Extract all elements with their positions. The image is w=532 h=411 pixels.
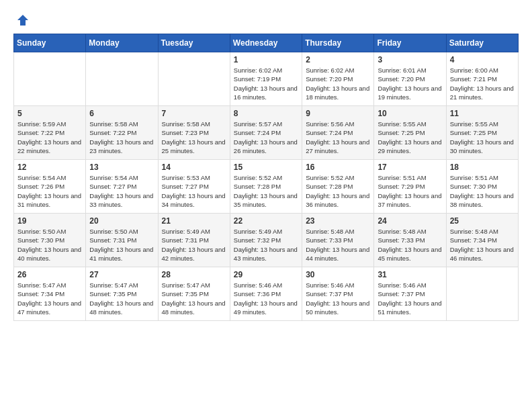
page-header [13,13,519,27]
calendar-cell: 2Sunrise: 6:02 AM Sunset: 7:20 PM Daylig… [302,52,374,106]
calendar-cell: 7Sunrise: 5:58 AM Sunset: 7:23 PM Daylig… [158,106,230,160]
day-info: Sunrise: 5:53 AM Sunset: 7:27 PM Dayligh… [162,173,226,209]
day-number: 26 [17,270,82,279]
calendar-cell: 6Sunrise: 5:58 AM Sunset: 7:22 PM Daylig… [86,106,158,160]
day-number: 14 [162,163,226,172]
calendar-week-row: 1Sunrise: 6:02 AM Sunset: 7:19 PM Daylig… [14,52,519,106]
day-number: 29 [234,270,298,279]
day-info: Sunrise: 5:55 AM Sunset: 7:25 PM Dayligh… [450,120,515,155]
day-number: 17 [378,163,442,172]
calendar-cell: 4Sunrise: 6:00 AM Sunset: 7:21 PM Daylig… [446,52,518,106]
calendar-week-row: 12Sunrise: 5:54 AM Sunset: 7:26 PM Dayli… [14,160,519,214]
calendar-cell: 25Sunrise: 5:48 AM Sunset: 7:34 PM Dayli… [446,214,518,267]
day-info: Sunrise: 5:49 AM Sunset: 7:31 PM Dayligh… [162,227,226,263]
day-number: 7 [162,109,226,118]
day-info: Sunrise: 5:47 AM Sunset: 7:34 PM Dayligh… [17,281,82,316]
svg-marker-0 [17,15,28,26]
calendar-cell: 20Sunrise: 5:50 AM Sunset: 7:31 PM Dayli… [86,214,158,267]
day-info: Sunrise: 5:47 AM Sunset: 7:35 PM Dayligh… [162,281,226,316]
day-info: Sunrise: 5:54 AM Sunset: 7:27 PM Dayligh… [89,173,154,209]
calendar-week-row: 26Sunrise: 5:47 AM Sunset: 7:34 PM Dayli… [14,267,519,321]
day-info: Sunrise: 5:49 AM Sunset: 7:32 PM Dayligh… [234,227,298,263]
day-number: 9 [306,109,370,118]
calendar-cell: 14Sunrise: 5:53 AM Sunset: 7:27 PM Dayli… [158,160,230,214]
day-info: Sunrise: 5:57 AM Sunset: 7:24 PM Dayligh… [234,120,298,155]
day-number: 6 [89,109,154,118]
column-header-saturday: Saturday [446,34,518,52]
column-header-friday: Friday [374,34,446,52]
calendar-cell: 21Sunrise: 5:49 AM Sunset: 7:31 PM Dayli… [158,214,230,267]
calendar-cell: 26Sunrise: 5:47 AM Sunset: 7:34 PM Dayli… [14,267,86,321]
day-number: 4 [450,55,515,64]
day-info: Sunrise: 6:02 AM Sunset: 7:20 PM Dayligh… [306,66,370,101]
day-info: Sunrise: 5:52 AM Sunset: 7:28 PM Dayligh… [234,173,298,209]
day-number: 2 [306,55,370,64]
calendar-cell: 13Sunrise: 5:54 AM Sunset: 7:27 PM Dayli… [86,160,158,214]
column-header-thursday: Thursday [302,34,374,52]
day-number: 12 [17,163,82,172]
day-info: Sunrise: 5:56 AM Sunset: 7:24 PM Dayligh… [306,120,370,155]
day-number: 5 [17,109,82,118]
day-info: Sunrise: 5:55 AM Sunset: 7:25 PM Dayligh… [378,120,442,155]
calendar-cell: 23Sunrise: 5:48 AM Sunset: 7:33 PM Dayli… [302,214,374,267]
calendar-week-row: 19Sunrise: 5:50 AM Sunset: 7:30 PM Dayli… [14,214,519,267]
day-info: Sunrise: 5:46 AM Sunset: 7:37 PM Dayligh… [306,281,370,316]
day-number: 10 [378,109,442,118]
day-number: 8 [234,109,298,118]
day-number: 11 [450,109,515,118]
day-info: Sunrise: 5:46 AM Sunset: 7:36 PM Dayligh… [234,281,298,316]
calendar-cell: 22Sunrise: 5:49 AM Sunset: 7:32 PM Dayli… [230,214,302,267]
column-header-sunday: Sunday [14,34,86,52]
calendar-cell: 31Sunrise: 5:46 AM Sunset: 7:37 PM Dayli… [374,267,446,321]
calendar-cell [158,52,230,106]
calendar-cell: 30Sunrise: 5:46 AM Sunset: 7:37 PM Dayli… [302,267,374,321]
calendar-cell: 11Sunrise: 5:55 AM Sunset: 7:25 PM Dayli… [446,106,518,160]
calendar-cell: 3Sunrise: 6:01 AM Sunset: 7:20 PM Daylig… [374,52,446,106]
column-header-monday: Monday [86,34,158,52]
day-number: 16 [306,163,370,172]
day-number: 25 [450,216,515,226]
day-number: 28 [162,270,226,279]
column-header-wednesday: Wednesday [230,34,302,52]
day-number: 24 [378,216,442,226]
day-number: 23 [306,216,370,226]
calendar-cell: 1Sunrise: 6:02 AM Sunset: 7:19 PM Daylig… [230,52,302,106]
day-number: 22 [234,216,298,226]
calendar-header: SundayMondayTuesdayWednesdayThursdayFrid… [14,34,519,52]
day-info: Sunrise: 5:58 AM Sunset: 7:23 PM Dayligh… [162,120,226,155]
calendar-cell: 12Sunrise: 5:54 AM Sunset: 7:26 PM Dayli… [14,160,86,214]
calendar-cell [446,267,518,321]
column-header-tuesday: Tuesday [158,34,230,52]
day-number: 3 [378,55,442,64]
day-number: 15 [234,163,298,172]
day-info: Sunrise: 6:02 AM Sunset: 7:19 PM Dayligh… [234,66,298,101]
day-number: 19 [17,216,82,226]
calendar-cell: 9Sunrise: 5:56 AM Sunset: 7:24 PM Daylig… [302,106,374,160]
day-info: Sunrise: 5:54 AM Sunset: 7:26 PM Dayligh… [17,173,82,209]
day-info: Sunrise: 5:50 AM Sunset: 7:30 PM Dayligh… [17,227,82,263]
calendar-cell: 24Sunrise: 5:48 AM Sunset: 7:33 PM Dayli… [374,214,446,267]
logo-icon [16,13,30,27]
day-number: 18 [450,163,515,172]
day-info: Sunrise: 5:58 AM Sunset: 7:22 PM Dayligh… [89,120,154,155]
day-info: Sunrise: 5:51 AM Sunset: 7:29 PM Dayligh… [378,173,442,209]
calendar-cell: 17Sunrise: 5:51 AM Sunset: 7:29 PM Dayli… [374,160,446,214]
calendar-cell: 15Sunrise: 5:52 AM Sunset: 7:28 PM Dayli… [230,160,302,214]
calendar-cell: 28Sunrise: 5:47 AM Sunset: 7:35 PM Dayli… [158,267,230,321]
day-number: 31 [378,270,442,279]
day-info: Sunrise: 6:00 AM Sunset: 7:21 PM Dayligh… [450,66,515,101]
day-number: 21 [162,216,226,226]
logo [13,13,30,27]
calendar-cell: 10Sunrise: 5:55 AM Sunset: 7:25 PM Dayli… [374,106,446,160]
day-number: 30 [306,270,370,279]
day-info: Sunrise: 5:46 AM Sunset: 7:37 PM Dayligh… [378,281,442,316]
day-info: Sunrise: 5:59 AM Sunset: 7:22 PM Dayligh… [17,120,82,155]
day-number: 27 [89,270,154,279]
calendar-cell [86,52,158,106]
day-info: Sunrise: 6:01 AM Sunset: 7:20 PM Dayligh… [378,66,442,101]
day-info: Sunrise: 5:47 AM Sunset: 7:35 PM Dayligh… [89,281,154,316]
calendar-week-row: 5Sunrise: 5:59 AM Sunset: 7:22 PM Daylig… [14,106,519,160]
calendar-cell: 29Sunrise: 5:46 AM Sunset: 7:36 PM Dayli… [230,267,302,321]
day-info: Sunrise: 5:48 AM Sunset: 7:33 PM Dayligh… [306,227,370,263]
day-info: Sunrise: 5:52 AM Sunset: 7:28 PM Dayligh… [306,173,370,209]
